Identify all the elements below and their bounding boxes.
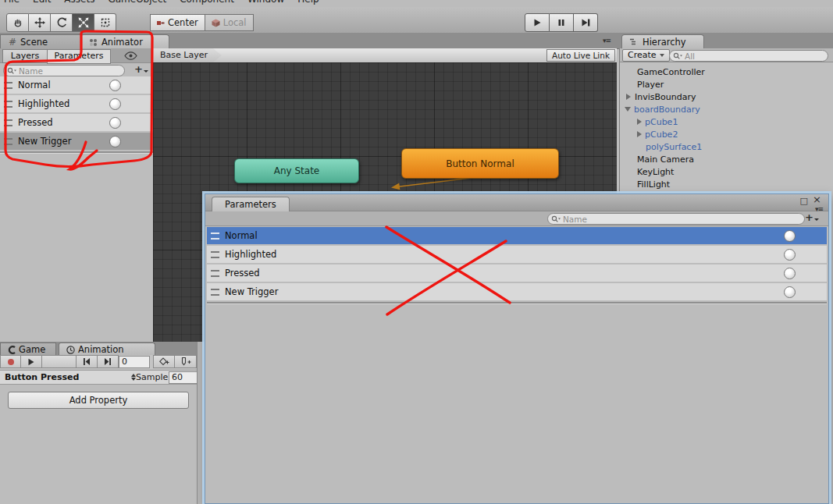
- expand-arrow-icon[interactable]: [637, 119, 642, 125]
- animator-panel-menu-icon[interactable]: ▾≡: [603, 37, 611, 44]
- step-icon: [581, 18, 591, 27]
- parameter-row-new-trigger[interactable]: New Trigger: [207, 283, 827, 300]
- menu-window[interactable]: Window: [247, 0, 285, 6]
- parameter-row-highlighted[interactable]: Highlighted: [207, 246, 827, 263]
- drag-handle-icon[interactable]: [4, 138, 12, 145]
- tab-parameters[interactable]: Parameters: [47, 49, 111, 64]
- add-property-button[interactable]: Add Property: [8, 392, 189, 409]
- menu-assets[interactable]: Assets: [63, 0, 95, 6]
- center-toggle-button[interactable]: Center: [150, 14, 205, 31]
- expand-arrow-icon[interactable]: [626, 94, 631, 100]
- tab-layers[interactable]: Layers: [2, 49, 48, 63]
- play-animation-button[interactable]: [20, 355, 42, 368]
- rect-tool-button[interactable]: [94, 13, 116, 32]
- hierarchy-item[interactable]: pCube1: [620, 115, 833, 128]
- hierarchy-item[interactable]: GameController: [620, 66, 833, 78]
- parameter-radio[interactable]: [109, 136, 121, 147]
- menu-component[interactable]: Component: [179, 0, 235, 6]
- menu-help[interactable]: Help: [297, 0, 319, 6]
- tab-animator[interactable]: Animator: [80, 34, 169, 49]
- hand-tool-button[interactable]: [6, 13, 29, 32]
- parameter-search-input[interactable]: Name: [3, 65, 125, 76]
- parameter-row-pressed[interactable]: Pressed: [207, 264, 827, 282]
- menu-file[interactable]: File: [3, 0, 20, 6]
- add-keyframe-button[interactable]: [153, 355, 175, 368]
- hierarchy-search-input[interactable]: All: [669, 50, 828, 62]
- step-button[interactable]: [574, 13, 598, 32]
- expand-arrow-icon[interactable]: [637, 131, 642, 137]
- play-icon: [532, 18, 542, 27]
- parameter-row-normal[interactable]: Normal: [0, 76, 153, 94]
- drag-handle-icon[interactable]: [211, 270, 219, 277]
- play-button[interactable]: [525, 13, 550, 32]
- add-parameter-button[interactable]: +: [805, 213, 819, 222]
- eye-icon[interactable]: [124, 51, 137, 60]
- first-key-button[interactable]: [76, 355, 98, 368]
- collapse-arrow-icon[interactable]: [625, 107, 631, 112]
- parameter-radio[interactable]: [784, 230, 796, 242]
- chevron-down-icon: [660, 54, 664, 57]
- parameter-radio[interactable]: [784, 249, 796, 261]
- create-button[interactable]: Create: [622, 49, 670, 62]
- playmode-controls: [525, 13, 598, 32]
- clip-dropdown[interactable]: Button Pressed: [5, 372, 79, 382]
- tab-animation[interactable]: Animation: [59, 343, 155, 356]
- parameter-row-new-trigger[interactable]: New Trigger: [0, 133, 153, 150]
- parameter-row-highlighted[interactable]: Highlighted: [0, 95, 153, 112]
- menu-edit[interactable]: Edit: [32, 0, 52, 6]
- tab-hierarchy[interactable]: Hierarchy: [621, 34, 704, 49]
- parameter-search-input[interactable]: Name: [547, 213, 805, 225]
- drag-handle-icon[interactable]: [211, 289, 219, 296]
- hierarchy-item[interactable]: pCube2: [620, 128, 833, 140]
- hierarchy-item[interactable]: FillLight: [620, 178, 833, 190]
- item-label: pCube2: [645, 130, 678, 140]
- floating-window-titlebar[interactable]: Parameters □ ×: [205, 194, 828, 211]
- hierarchy-item[interactable]: Main Camera: [620, 153, 833, 165]
- hierarchy-item[interactable]: InvisBoundary: [620, 91, 833, 103]
- next-key-icon: [104, 358, 112, 365]
- add-event-button[interactable]: [174, 355, 197, 368]
- parameter-radio[interactable]: [109, 98, 121, 110]
- dock-tabstrip: # Scene Animator ▾≡ Hierarchy: [0, 33, 833, 49]
- state-node-any-state[interactable]: Any State: [234, 158, 359, 183]
- frame-field[interactable]: 0: [119, 356, 150, 368]
- hierarchy-item[interactable]: boardBoundary: [620, 103, 833, 115]
- maximize-icon[interactable]: □: [800, 196, 808, 207]
- drag-handle-icon[interactable]: [4, 101, 12, 108]
- parameter-radio[interactable]: [109, 80, 121, 91]
- close-icon[interactable]: ×: [813, 194, 821, 205]
- local-toggle-button[interactable]: Local: [205, 14, 254, 31]
- add-keyframe-icon: [158, 357, 170, 366]
- scale-tool-button[interactable]: [73, 13, 94, 32]
- pause-button[interactable]: [550, 13, 574, 32]
- menu-gameobject[interactable]: GameObject: [107, 0, 167, 6]
- move-tool-button[interactable]: [29, 13, 51, 32]
- rotate-tool-button[interactable]: [51, 13, 73, 32]
- record-button[interactable]: [0, 355, 21, 368]
- drag-handle-icon[interactable]: [211, 232, 219, 240]
- pivot-orientation-toggles: Center Local: [150, 14, 254, 31]
- drag-handle-icon[interactable]: [4, 119, 12, 126]
- sample-field[interactable]: 60: [169, 371, 198, 384]
- breadcrumb-base-layer[interactable]: Base Layer: [153, 48, 222, 62]
- hierarchy-item[interactable]: KeyLight: [620, 165, 833, 178]
- parameter-radio[interactable]: [109, 117, 121, 129]
- tab-game[interactable]: Game: [0, 343, 56, 356]
- drag-handle-icon[interactable]: [211, 251, 219, 258]
- parameter-radio[interactable]: [784, 286, 796, 298]
- floating-window-tab[interactable]: Parameters: [212, 197, 290, 211]
- prev-key-icon: [83, 358, 91, 365]
- hierarchy-tab-label: Hierarchy: [643, 37, 686, 48]
- add-parameter-button[interactable]: +: [134, 65, 148, 74]
- hierarchy-item[interactable]: polySurface1: [620, 140, 833, 153]
- parameter-radio[interactable]: [784, 268, 796, 279]
- next-key-button[interactable]: [97, 355, 119, 368]
- parameter-name: New Trigger: [18, 136, 71, 147]
- parameter-row-pressed[interactable]: Pressed: [0, 114, 153, 131]
- drag-handle-icon[interactable]: [4, 82, 12, 89]
- state-node-button-normal[interactable]: Button Normal: [401, 148, 559, 179]
- hierarchy-item[interactable]: Player: [620, 78, 833, 91]
- create-label: Create: [628, 50, 657, 61]
- auto-live-link-button[interactable]: Auto Live Link: [546, 49, 615, 62]
- parameter-row-normal[interactable]: Normal: [207, 227, 827, 244]
